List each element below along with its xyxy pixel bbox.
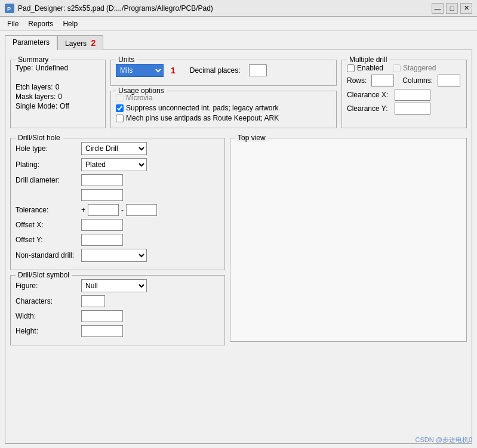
rows-input[interactable]: 1	[371, 75, 394, 86]
sym-width-input[interactable]: 0.0	[81, 310, 123, 322]
units-usage-column: Units Mils Inches Millimeter 1 Decimal p…	[110, 55, 337, 128]
offset-y-row: Offset Y: 0.0	[16, 234, 220, 246]
microvia-row: Microvia	[116, 94, 331, 102]
menu-reports[interactable]: Reports	[23, 18, 58, 29]
sym-height-row: Height: 0.0	[16, 325, 220, 337]
summary-group: Summary Type: Undefined Etch layers: 0 M…	[10, 60, 106, 128]
summary-type-row: Type: Undefined	[16, 64, 100, 72]
type-value: Undefined	[35, 64, 68, 72]
menu-bar: File Reports Help	[0, 17, 477, 31]
hole-type-select[interactable]: Circle Drill Square Drill Oblong Drill	[81, 142, 147, 155]
clearance-y-input[interactable]: 0.0	[395, 103, 430, 115]
tolerance-pos-input[interactable]: 0.0	[88, 204, 119, 216]
svg-text:P: P	[7, 6, 11, 12]
watermark: CSDN @步进电机0	[415, 435, 472, 444]
enabled-label: Enabled	[357, 64, 383, 72]
drill-symbol-label: Drill/Slot symbol	[16, 271, 72, 279]
nonstandard-label: Non-standard drill:	[16, 251, 81, 259]
microvia-checkbox[interactable]	[116, 94, 124, 102]
window-title: Pad_Designer: s25x55.pad (D:.../Programs…	[18, 4, 213, 13]
figure-select[interactable]: Null Circle Square Triangle	[81, 279, 147, 292]
nonstandard-select[interactable]	[81, 249, 147, 262]
columns-label: Columns:	[402, 76, 433, 85]
bottom-section: Drill/Slot hole Hole type: Circle Drill …	[10, 133, 467, 345]
figure-row: Figure: Null Circle Square Triangle	[16, 279, 220, 292]
offset-y-input[interactable]: 0.0	[81, 234, 123, 246]
rows-label: Rows:	[347, 76, 367, 85]
menu-help[interactable]: Help	[58, 18, 82, 29]
type-label: Type:	[16, 64, 33, 72]
drill-slot-label: Drill/Slot hole	[16, 134, 63, 142]
diameter-row2: 0.0	[16, 189, 220, 201]
diameter-input2[interactable]: 0.0	[81, 189, 123, 201]
clearance-y-label: Clearance Y:	[347, 104, 395, 113]
offset-x-row: Offset X: 0.0	[16, 219, 220, 231]
usage-options-group: Usage options Microvia Suppress unconnec…	[110, 91, 337, 128]
mask-value: 0	[58, 92, 62, 101]
menu-file[interactable]: File	[2, 18, 23, 29]
units-row: Mils Inches Millimeter 1 Decimal places:…	[116, 64, 331, 77]
drill-slot-group: Drill/Slot hole Hole type: Circle Drill …	[10, 138, 225, 270]
mask-row: Mask layers: 0	[16, 92, 100, 101]
mech-checkbox[interactable]	[116, 115, 124, 122]
tolerance-neg-input[interactable]: 0.0	[126, 204, 157, 216]
maximize-button[interactable]: □	[446, 3, 458, 14]
characters-input[interactable]	[81, 295, 105, 307]
diameter-input[interactable]: 0.0	[81, 174, 123, 186]
etch-row: Etch layers: 0	[16, 83, 100, 91]
tab-badge: 2	[91, 38, 96, 48]
mech-label: Mech pins use antipads as Route Keepout;…	[126, 114, 279, 122]
tab-bar: Parameters Layers 2	[5, 35, 472, 50]
diameter-row: Drill diameter: 0.0	[16, 174, 220, 186]
decimal-places-input[interactable]: 1	[249, 64, 267, 76]
sym-height-input[interactable]: 0.0	[81, 325, 123, 337]
left-section: Drill/Slot hole Hole type: Circle Drill …	[10, 133, 225, 345]
staggered-label: Staggered	[403, 64, 436, 72]
characters-row: Characters:	[16, 295, 220, 307]
enabled-row: Enabled Staggered	[347, 64, 461, 72]
mode-label: Single Mode:	[16, 102, 57, 110]
sym-width-row: Width: 0.0	[16, 310, 220, 322]
etch-value: 0	[56, 83, 60, 91]
units-select[interactable]: Mils Inches Millimeter	[116, 64, 164, 77]
clearance-x-input[interactable]: 0.0	[395, 89, 430, 101]
suppress-checkbox[interactable]	[116, 104, 124, 112]
close-button[interactable]: ✕	[460, 3, 472, 14]
offset-x-input[interactable]: 0.0	[81, 219, 123, 231]
diameter-label: Drill diameter:	[16, 176, 81, 184]
etch-label: Etch layers:	[16, 83, 53, 91]
tab-parameters[interactable]: Parameters	[5, 35, 57, 50]
top-view-group: Top view	[230, 138, 467, 342]
sym-height-label: Height:	[16, 327, 81, 335]
tab-content-parameters: Summary Type: Undefined Etch layers: 0 M…	[5, 50, 472, 444]
clearance-x-label: Clearance X:	[347, 91, 395, 99]
decimal-label: Decimal places:	[190, 66, 241, 75]
drill-symbol-group: Drill/Slot symbol Figure: Null Circle Sq…	[10, 275, 225, 345]
summary-label: Summary	[16, 55, 51, 64]
units-label: Units	[116, 55, 137, 64]
plating-label: Plating:	[16, 160, 81, 169]
hole-type-label: Hole type:	[16, 144, 81, 153]
tab-layers[interactable]: Layers 2	[57, 35, 103, 50]
plating-select[interactable]: Plated Non-Plated	[81, 158, 147, 171]
main-content: Parameters Layers 2 Summary Type: Undefi…	[0, 31, 477, 448]
mech-row: Mech pins use antipads as Route Keepout;…	[116, 114, 331, 122]
enabled-checkbox[interactable]	[347, 64, 355, 72]
app-icon: P	[5, 4, 14, 13]
right-section: Top view	[230, 133, 467, 345]
mode-value: Off	[60, 102, 69, 110]
hole-type-row: Hole type: Circle Drill Square Drill Obl…	[16, 142, 220, 155]
offset-x-label: Offset X:	[16, 221, 81, 229]
columns-input[interactable]: 1	[438, 75, 460, 86]
sym-width-label: Width:	[16, 312, 81, 320]
offset-y-label: Offset Y:	[16, 236, 81, 244]
staggered-checkbox[interactable]	[393, 64, 401, 72]
nonstandard-row: Non-standard drill:	[16, 249, 220, 262]
suppress-row: Suppress unconnected int. pads; legacy a…	[116, 104, 331, 112]
minimize-button[interactable]: —	[432, 3, 444, 14]
microvia-label: Microvia	[126, 94, 153, 102]
units-group: Units Mils Inches Millimeter 1 Decimal p…	[110, 60, 337, 86]
top-section: Summary Type: Undefined Etch layers: 0 M…	[10, 55, 467, 128]
multiple-drill-group: Multiple drill Enabled Staggered Rows: 1…	[341, 60, 467, 128]
top-view-canvas	[230, 138, 466, 341]
